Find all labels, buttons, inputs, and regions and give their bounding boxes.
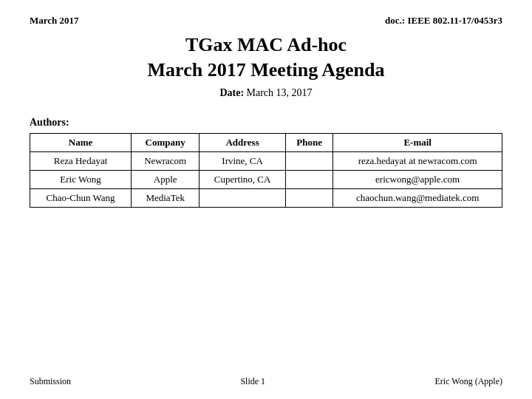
header-row: March 2017 doc.: IEEE 802.11-17/0453r3 bbox=[30, 15, 502, 27]
slide: March 2017 doc.: IEEE 802.11-17/0453r3 T… bbox=[0, 0, 532, 399]
cell-address bbox=[200, 188, 286, 207]
cell-company: MediaTek bbox=[132, 188, 200, 207]
cell-name: Chao-Chun Wang bbox=[30, 188, 132, 207]
footer-row: Submission Slide 1 Eric Wong (Apple) bbox=[30, 370, 502, 387]
date-value: March 13, 2017 bbox=[247, 87, 313, 98]
authors-table: Name Company Address Phone E-mail Reza H… bbox=[30, 133, 502, 208]
table-row: Reza HedayatNewracomIrvine, CAreza.heday… bbox=[30, 151, 502, 170]
cell-phone bbox=[285, 188, 332, 207]
cell-company: Newracom bbox=[132, 151, 200, 170]
col-phone: Phone bbox=[285, 133, 332, 151]
footer-left: Submission bbox=[30, 376, 71, 387]
date-line: Date: March 13, 2017 bbox=[30, 87, 502, 99]
cell-name: Eric Wong bbox=[30, 170, 132, 188]
footer-center: Slide 1 bbox=[240, 376, 265, 387]
col-company: Company bbox=[132, 133, 200, 151]
authors-label: Authors: bbox=[30, 117, 502, 129]
title-line1: TGax MAC Ad-hoc bbox=[30, 33, 502, 58]
header-left: March 2017 bbox=[30, 15, 79, 27]
footer-right: Eric Wong (Apple) bbox=[435, 376, 502, 387]
main-title: TGax MAC Ad-hoc March 2017 Meeting Agend… bbox=[30, 33, 502, 83]
date-label: Date: bbox=[219, 87, 244, 98]
cell-phone bbox=[285, 170, 332, 188]
table-row: Eric WongAppleCupertino, CAericwong@appl… bbox=[30, 170, 502, 188]
col-email: E-mail bbox=[333, 133, 502, 151]
cell-address: Irvine, CA bbox=[200, 151, 286, 170]
cell-address: Cupertino, CA bbox=[200, 170, 286, 188]
title-section: TGax MAC Ad-hoc March 2017 Meeting Agend… bbox=[30, 33, 502, 112]
table-row: Chao-Chun WangMediaTekchaochun.wang@medi… bbox=[30, 188, 502, 207]
title-line2: March 2017 Meeting Agenda bbox=[30, 58, 502, 83]
cell-email: reza.hedayat at newracom.com bbox=[333, 151, 502, 170]
col-address: Address bbox=[200, 133, 286, 151]
cell-email: chaochun.wang@mediatek.com bbox=[333, 188, 502, 207]
header-right: doc.: IEEE 802.11-17/0453r3 bbox=[385, 15, 502, 27]
cell-name: Reza Hedayat bbox=[30, 151, 132, 170]
cell-email: ericwong@apple.com bbox=[333, 170, 502, 188]
cell-company: Apple bbox=[132, 170, 200, 188]
cell-phone bbox=[285, 151, 332, 170]
col-name: Name bbox=[30, 133, 132, 151]
table-header-row: Name Company Address Phone E-mail bbox=[30, 133, 502, 151]
